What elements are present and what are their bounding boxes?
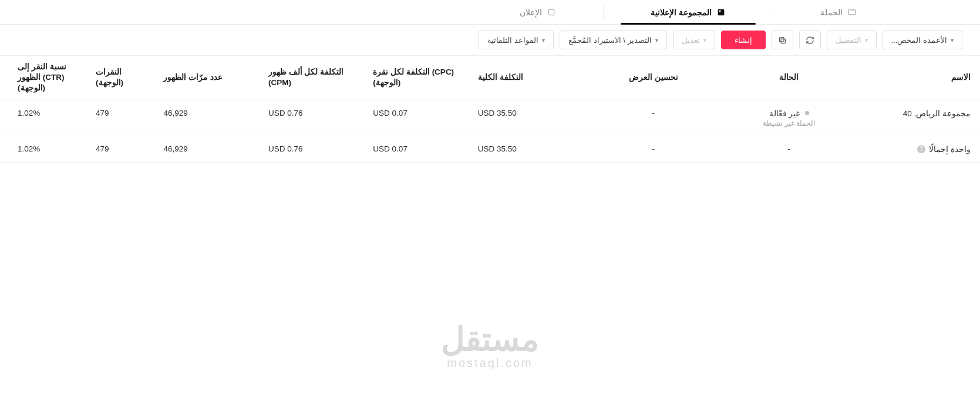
folder-icon — [847, 8, 857, 17]
col-total-cost[interactable]: التكلفة الكلية — [469, 56, 573, 100]
status-dot-icon — [805, 111, 809, 115]
cell-name: مجموعة الرياض, 40 — [844, 100, 980, 136]
status-text: غير فعّالة — [769, 109, 800, 118]
button-label: التصدير \ الاستيراد المُجمَّع — [568, 36, 651, 45]
cell-total-label: واحدة إجمالًا ? — [844, 136, 980, 162]
copy-button[interactable] — [772, 31, 793, 49]
rules-button[interactable]: ▾ القواعد التلقائية — [479, 31, 554, 49]
level-tabs: الحملة المجموعة الإعلانية الإعلان — [0, 0, 980, 25]
col-cpm[interactable]: التكلفة لكل ألف ظهور (CPM) — [259, 56, 363, 100]
button-label: الأعمدة المخص... — [891, 36, 947, 45]
button-label: إنشاء — [735, 36, 752, 45]
svg-rect-1 — [719, 10, 721, 12]
copy-icon — [778, 36, 787, 45]
cell-cpc: USD 0.07 — [363, 136, 468, 162]
cell-ctr: 1.02% — [0, 100, 86, 136]
refresh-icon — [806, 36, 814, 45]
tab-label: الإعلان — [520, 8, 542, 17]
button-label: التفصيل — [836, 36, 861, 45]
col-status[interactable]: الحالة — [733, 56, 844, 100]
status-subtext: الحملة غير نشيطة — [763, 119, 816, 127]
chevron-down-icon: ▾ — [655, 37, 658, 43]
cell-total-cost: USD 35.50 — [469, 136, 573, 162]
adgroups-table: الاسم الحالة تحسين العرض التكلفة الكلية … — [0, 55, 980, 163]
col-optimization[interactable]: تحسين العرض — [573, 56, 733, 100]
cell-optimization: - — [573, 100, 733, 136]
cell-cpc: USD 0.07 — [363, 100, 468, 136]
tab-adgroup[interactable]: المجموعة الإعلانية — [604, 0, 773, 24]
cell-clicks: 479 — [86, 100, 154, 136]
col-name[interactable]: الاسم — [844, 56, 980, 100]
tab-label: الحملة — [820, 8, 843, 17]
svg-rect-0 — [718, 9, 725, 15]
chevron-down-icon: ▾ — [865, 37, 868, 43]
col-impressions[interactable]: عدد مرّات الظهور — [154, 56, 258, 100]
tab-campaign[interactable]: الحملة — [773, 0, 904, 24]
button-label: تعديل — [682, 36, 700, 45]
col-ctr[interactable]: نسبة النقر إلى الظهور (CTR) (الوجهة) — [0, 56, 86, 100]
table-total-row: واحدة إجمالًا ? - - USD 35.50 USD 0.07 U… — [0, 136, 980, 162]
refresh-button[interactable] — [799, 31, 821, 49]
ad-icon — [547, 8, 556, 17]
tab-ad[interactable]: الإعلان — [473, 0, 603, 24]
cell-ctr: 1.02% — [0, 136, 86, 162]
cell-total-cost: USD 35.50 — [469, 100, 573, 136]
chevron-down-icon: ▾ — [951, 37, 954, 43]
svg-rect-3 — [781, 39, 786, 43]
breakdown-button[interactable]: ▾ التفصيل — [827, 31, 877, 49]
table-header-row: الاسم الحالة تحسين العرض التكلفة الكلية … — [0, 56, 980, 100]
cell-status: غير فعّالة الحملة غير نشيطة — [733, 100, 844, 136]
tab-label: المجموعة الإعلانية — [651, 8, 712, 17]
help-icon[interactable]: ? — [917, 145, 925, 153]
col-clicks[interactable]: النقرات (الوجهة) — [86, 56, 154, 100]
cell-impressions: 46,929 — [154, 100, 258, 136]
col-cpc[interactable]: التكلفة لكل نقرة (CPC) (الوجهة) — [363, 56, 468, 100]
cell-cpm: USD 0.76 — [259, 100, 363, 136]
cell-cpm: USD 0.76 — [259, 136, 363, 162]
edit-button[interactable]: ▾ تعديل — [673, 31, 715, 49]
button-label: القواعد التلقائية — [487, 36, 538, 45]
toolbar: ▾ القواعد التلقائية ▾ التصدير \ الاستيرا… — [0, 25, 980, 55]
total-label-text: واحدة إجمالًا — [929, 144, 971, 154]
svg-rect-2 — [548, 9, 554, 15]
export-import-button[interactable]: ▾ التصدير \ الاستيراد المُجمَّع — [560, 31, 666, 49]
custom-columns-button[interactable]: ▾ الأعمدة المخص... — [883, 31, 962, 49]
cell-clicks: 479 — [86, 136, 154, 162]
table-row[interactable]: مجموعة الرياض, 40 غير فعّالة الحملة غير … — [0, 100, 980, 136]
adgroup-icon — [716, 8, 726, 17]
cell-optimization: - — [573, 136, 733, 162]
cell-status: - — [733, 136, 844, 162]
create-button[interactable]: إنشاء — [721, 31, 766, 49]
cell-impressions: 46,929 — [154, 136, 258, 162]
chevron-down-icon: ▾ — [542, 37, 545, 43]
chevron-down-icon: ▾ — [703, 37, 706, 43]
svg-rect-4 — [779, 37, 784, 42]
